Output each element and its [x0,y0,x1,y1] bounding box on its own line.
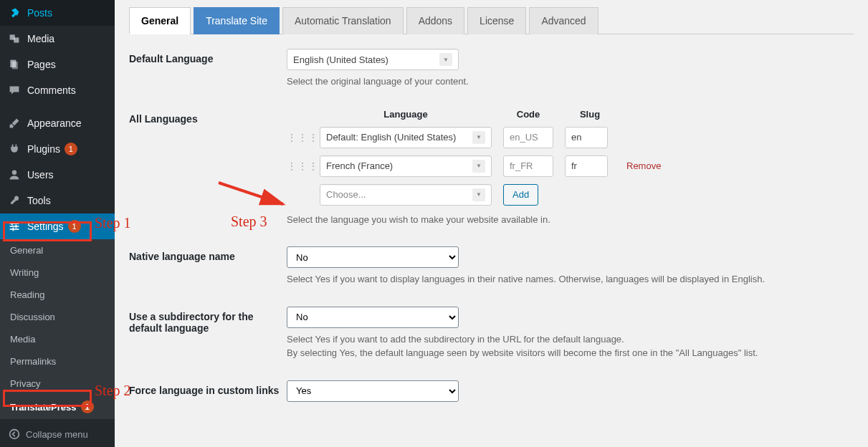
svg-point-11 [10,430,19,439]
add-language-row: Choose... ▼ Add [287,184,854,206]
sidebar-sub-translatepress[interactable]: TranslatePress 1 [0,395,115,419]
drag-handle-icon[interactable]: ⋮⋮⋮ [287,132,308,143]
language-select-french[interactable]: French (France) ▼ [320,155,492,177]
all-languages-label: All Languages [129,109,287,125]
sidebar-sub-media[interactable]: Media [0,328,115,350]
brush-icon [7,116,22,130]
chevron-down-icon: ▼ [472,188,485,201]
sidebar-item-label: Users [27,169,54,181]
sidebar-item-tools[interactable]: Tools [0,188,115,213]
chevron-down-icon: ▼ [439,53,452,66]
sidebar-sub-permalinks[interactable]: Permalinks [0,350,115,372]
subdirectory-desc1: Select Yes if you want to add the subdir… [287,332,854,347]
svg-point-4 [12,170,16,175]
row-native-name: Native language name No Select Yes if yo… [129,246,854,287]
settings-tabs: General Translate Site Automatic Transla… [129,7,854,34]
native-name-label: Native language name [129,246,287,262]
update-badge: 1 [68,220,81,233]
default-language-select[interactable]: English (United States) ▼ [287,49,459,70]
svg-rect-9 [16,225,17,229]
page-icon [7,57,22,72]
sidebar-sub-reading[interactable]: Reading [0,284,115,306]
svg-rect-5 [10,223,19,224]
row-subdirectory: Use a subdirectory for the default langu… [129,307,854,360]
collapse-menu-button[interactable]: Collapse menu [0,421,115,447]
tab-translate-site[interactable]: Translate Site [194,7,280,34]
remove-language-link[interactable]: Remove [626,160,684,171]
pin-icon [7,6,22,20]
force-links-label: Force language in custom links [129,380,287,396]
svg-rect-10 [13,228,14,231]
svg-rect-8 [11,222,13,226]
update-badge: 1 [65,143,77,155]
native-name-select[interactable]: No [287,246,459,268]
tab-general[interactable]: General [129,7,191,34]
sidebar-sub-discussion[interactable]: Discussion [0,306,115,328]
media-icon [7,32,22,46]
language-code-input [503,155,553,177]
sidebar-item-settings[interactable]: Settings 1 [0,213,115,239]
sliders-icon [7,219,22,234]
wrench-icon [7,193,22,208]
sidebar-item-label: Media [27,33,54,44]
svg-rect-6 [10,226,19,227]
comment-icon [7,83,22,97]
sidebar-sub-writing[interactable]: Writing [0,261,115,284]
svg-rect-3 [12,62,18,69]
sidebar-item-pages[interactable]: Pages [0,52,115,77]
drag-handle-icon[interactable]: ⋮⋮⋮ [287,160,308,172]
col-language: Language [320,109,492,120]
sidebar-item-label: Appearance [27,117,82,129]
col-slug: Slug [565,109,615,120]
language-code-input [503,127,553,148]
update-badge: 1 [81,400,94,413]
settings-page: General Translate Site Automatic Transla… [115,0,868,447]
row-force-links: Force language in custom links Yes [129,380,854,402]
sidebar-item-label: Tools [27,195,51,206]
sidebar-item-comments[interactable]: Comments [0,77,115,103]
language-row: ⋮⋮⋮ French (France) ▼ Remove [287,155,854,177]
sidebar-item-appearance[interactable]: Appearance [0,110,115,136]
sidebar-sub-general[interactable]: General [0,239,115,261]
row-all-languages: All Languages Language Code Slug ⋮⋮⋮ Def… [129,109,854,227]
subdirectory-label: Use a subdirectory for the default langu… [129,307,287,334]
collapse-icon [7,427,22,441]
language-row: ⋮⋮⋮ Default: English (United States) ▼ [287,127,854,148]
sidebar-item-users[interactable]: Users [0,162,115,188]
tab-advanced[interactable]: Advanced [529,7,598,34]
collapse-label: Collapse menu [26,429,88,440]
tab-addons[interactable]: Addons [406,7,464,34]
sidebar-item-posts[interactable]: Posts [0,0,115,26]
col-code: Code [503,109,553,120]
svg-rect-1 [14,37,19,42]
language-slug-input[interactable] [565,127,608,148]
user-icon [7,168,22,182]
admin-sidebar: Posts Media Pages Comments Appearance Pl… [0,0,115,447]
add-language-button[interactable]: Add [503,184,538,206]
default-language-label: Default Language [129,49,287,64]
row-default-language: Default Language English (United States)… [129,49,854,89]
plug-icon [7,142,22,156]
sidebar-item-label: Comments [27,85,76,96]
subdirectory-select[interactable]: No [287,307,459,328]
tab-automatic-translation[interactable]: Automatic Translation [282,7,404,34]
sidebar-item-label: Posts [27,7,52,19]
language-slug-input[interactable] [565,155,608,177]
sidebar-item-media[interactable]: Media [0,26,115,52]
all-languages-desc: Select the language you wish to make you… [287,213,854,227]
sidebar-item-plugins[interactable]: Plugins 1 [0,136,115,162]
force-links-select[interactable]: Yes [287,380,459,402]
subdirectory-desc2: By selecting Yes, the default language s… [287,346,854,360]
add-language-select[interactable]: Choose... ▼ [320,184,492,206]
tab-license[interactable]: License [467,7,526,34]
sidebar-item-label: Settings [27,221,64,232]
chevron-down-icon: ▼ [472,160,485,173]
language-select-default[interactable]: Default: English (United States) ▼ [320,127,492,148]
native-name-desc: Select Yes if you want to display langua… [287,272,854,287]
chevron-down-icon: ▼ [472,131,485,144]
default-language-desc: Select the original language of your con… [287,74,854,89]
sidebar-item-label: Plugins [27,143,60,155]
svg-rect-7 [10,229,19,230]
sidebar-item-label: Pages [27,59,56,70]
sidebar-sub-privacy[interactable]: Privacy [0,372,115,395]
